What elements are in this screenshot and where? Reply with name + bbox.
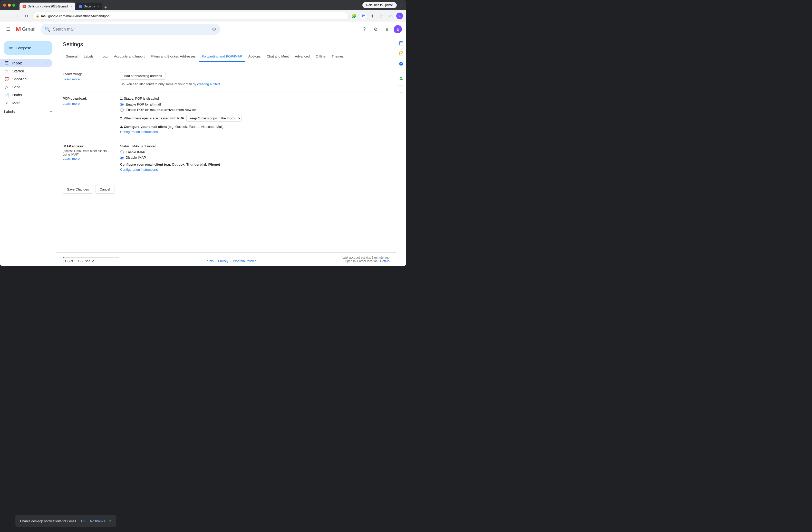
keep-icon[interactable] xyxy=(397,60,405,68)
search-input[interactable] xyxy=(53,27,209,32)
help-button[interactable]: ? xyxy=(360,25,369,34)
google-icon[interactable] xyxy=(360,13,366,19)
tab-themes[interactable]: Themes xyxy=(329,52,347,62)
tasks-icon[interactable] xyxy=(397,49,405,58)
menu-icon[interactable]: ☰ xyxy=(4,24,12,34)
creating-filter-link[interactable]: creating a filter! xyxy=(197,82,220,86)
tab-security[interactable]: G Security × xyxy=(76,3,102,10)
address-bar[interactable]: 🔒 mail.google.com/mail/u/0/#settings/fwd… xyxy=(32,12,349,20)
settings-tabs: General Labels Inbox Accounts and Import… xyxy=(63,52,390,62)
policies-link[interactable]: Program Policies xyxy=(233,259,256,263)
gmail-avatar[interactable]: E xyxy=(394,25,402,33)
extensions-icon[interactable]: ▭ xyxy=(387,12,394,19)
bookmark-icon[interactable]: ☆ xyxy=(378,12,385,19)
tab-addons[interactable]: Add-ons xyxy=(245,52,264,62)
pop-from-now-option[interactable]: Enable POP for mail that arrives from no… xyxy=(120,108,390,112)
save-changes-button[interactable]: Save Changes xyxy=(63,185,93,193)
search-filter-icon[interactable]: ⚙ xyxy=(212,26,216,32)
fullscreen-button[interactable] xyxy=(12,4,15,7)
relaunch-button[interactable]: Relaunch to update xyxy=(362,2,397,8)
pop-learn-more[interactable]: Learn more xyxy=(63,102,79,105)
url-display: mail.google.com/mail/u/0/#settings/fwdan… xyxy=(41,14,345,18)
extension-icon[interactable]: 🧩 xyxy=(351,12,358,19)
forwarding-section: Forwarding: Learn more Add a forwarding … xyxy=(63,67,390,91)
details-link[interactable]: Details xyxy=(380,259,390,263)
browser-profile-avatar[interactable]: E xyxy=(396,13,403,19)
tab1-title: Settings - byleve2023@gmail xyxy=(28,5,68,8)
imap-content: Status: IMAP is disabled Enable IMAP Dis… xyxy=(120,144,390,172)
forwarding-tip: Tip: You can also forward only some of y… xyxy=(120,82,390,86)
privacy-link[interactable]: Privacy xyxy=(218,259,228,263)
pop-radio-group: Enable POP for all mail Enable POP for m… xyxy=(120,102,390,112)
header-icons: ? ⚙ ⊞ E xyxy=(360,25,402,34)
tab-labels[interactable]: Labels xyxy=(81,52,97,62)
forward-button[interactable]: → xyxy=(13,12,20,20)
sidebar-item-more[interactable]: ∨ More xyxy=(0,99,52,107)
cancel-button[interactable]: Cancel xyxy=(95,185,114,193)
tab-offline[interactable]: Offline xyxy=(313,52,329,62)
pop-config-link[interactable]: Configuration instructions xyxy=(120,130,158,134)
tab-accounts[interactable]: Accounts and Import xyxy=(111,52,148,62)
tab-forwarding[interactable]: Forwarding and POP/IMAP xyxy=(199,52,245,62)
imap-config-link[interactable]: Configuration instructions xyxy=(120,168,158,172)
calendar-icon[interactable] xyxy=(397,39,405,47)
nav-bar: ← → ↺ 🔒 mail.google.com/mail/u/0/#settin… xyxy=(0,10,406,21)
add-panel-icon[interactable]: + xyxy=(397,89,405,97)
tab-chat[interactable]: Chat and Meet xyxy=(264,52,292,62)
contacts-icon[interactable] xyxy=(397,74,405,83)
tab-filters[interactable]: Filters and Blocked Addresses xyxy=(148,52,199,62)
sent-label: Sent xyxy=(12,85,48,89)
tab-general[interactable]: General xyxy=(63,52,81,62)
forwarding-learn-more[interactable]: Learn more xyxy=(63,77,79,81)
imap-enable-radio[interactable] xyxy=(120,150,124,154)
pop-all-mail-radio[interactable] xyxy=(120,103,124,106)
nav-icons: 🧩 ⬆ ☆ ▭ E xyxy=(351,12,403,19)
share-icon[interactable]: ⬆ xyxy=(368,12,376,19)
settings-container: Settings General Labels Inbox Accounts a… xyxy=(56,37,396,253)
apps-button[interactable]: ⊞ xyxy=(382,25,392,34)
imap-disable-radio[interactable] xyxy=(120,156,124,159)
gmail-label: Gmail xyxy=(22,26,35,32)
svg-point-7 xyxy=(400,77,402,78)
pop-from-now-radio[interactable] xyxy=(120,108,124,112)
imap-disable-option[interactable]: Disable IMAP xyxy=(120,156,390,159)
main-layout: ✏ Compose ☰ Inbox 3 ☆ Starred ⏰ Snoozed xyxy=(0,37,406,266)
compose-button[interactable]: ✏ Compose xyxy=(4,41,52,55)
tab1-favicon: M xyxy=(23,5,26,8)
tab2-title: Security xyxy=(84,5,95,8)
new-tab-button[interactable]: + xyxy=(103,5,109,10)
forwarding-title: Forwarding: xyxy=(63,72,114,76)
terms-link[interactable]: Terms xyxy=(205,259,214,263)
settings-button[interactable]: ⚙ xyxy=(371,25,380,34)
tab2-close[interactable]: × xyxy=(98,5,99,8)
svg-rect-1 xyxy=(399,42,403,45)
add-forwarding-button[interactable]: Add a forwarding address xyxy=(120,72,166,80)
tab-settings[interactable]: M Settings - byleve2023@gmail × xyxy=(19,3,75,10)
svg-point-6 xyxy=(399,62,403,66)
pop-when-select[interactable]: keep Gmail's copy in the Inbox mark Gmai… xyxy=(186,115,242,122)
external-link-icon[interactable]: ↗ xyxy=(92,259,94,263)
tab-inbox[interactable]: Inbox xyxy=(97,52,111,62)
sidebar-item-starred[interactable]: ☆ Starred xyxy=(0,67,52,75)
window-controls: ⋮ xyxy=(399,3,403,8)
imap-enable-option[interactable]: Enable IMAP xyxy=(120,150,390,154)
back-button[interactable]: ← xyxy=(3,12,11,20)
sidebar-item-inbox[interactable]: ☰ Inbox 3 xyxy=(0,59,52,67)
labels-add-icon[interactable]: + xyxy=(49,109,52,114)
search-bar[interactable]: 🔍 ⚙ xyxy=(41,24,220,35)
tab-advanced[interactable]: Advanced xyxy=(292,52,313,62)
sidebar-item-sent[interactable]: ▷ Sent xyxy=(0,83,52,91)
reload-button[interactable]: ↺ xyxy=(23,12,30,20)
close-button[interactable] xyxy=(3,4,6,7)
page-title: Settings xyxy=(63,41,390,48)
minimize-button[interactable] xyxy=(8,4,11,7)
drafts-label: Drafts xyxy=(12,93,48,97)
sidebar-item-drafts[interactable]: 📄 Drafts xyxy=(0,91,52,99)
pop-label: POP download: Learn more xyxy=(63,97,114,134)
pop-all-mail-option[interactable]: Enable POP for all mail xyxy=(120,102,390,106)
imap-learn-more[interactable]: Learn more xyxy=(63,157,79,160)
browser-window: M Settings - byleve2023@gmail × G Securi… xyxy=(0,0,406,266)
sidebar-item-snoozed[interactable]: ⏰ Snoozed xyxy=(0,75,52,83)
starred-label: Starred xyxy=(12,69,48,73)
tab1-close[interactable]: × xyxy=(70,5,72,8)
